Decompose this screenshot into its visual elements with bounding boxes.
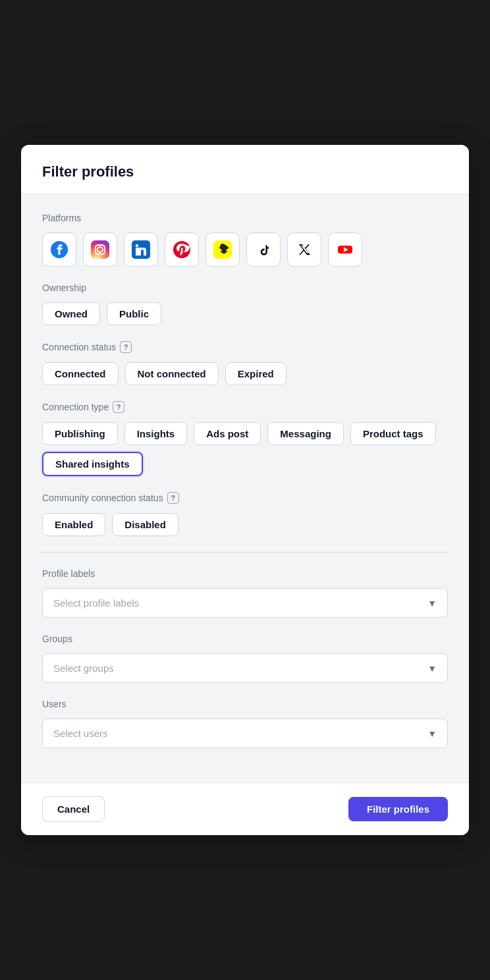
- users-dropdown[interactable]: Select users ▼: [42, 719, 448, 748]
- community-connection-status-section: Community connection status ? Enabled Di…: [42, 492, 448, 536]
- profile-labels-label: Profile labels: [42, 568, 448, 579]
- platforms-label: Platforms: [42, 213, 448, 223]
- svg-rect-11: [295, 240, 313, 259]
- groups-section: Groups Select groups ▼: [42, 634, 448, 683]
- groups-chevron-icon: ▼: [427, 663, 437, 674]
- svg-rect-1: [91, 240, 109, 259]
- product-tags-button[interactable]: Product tags: [350, 422, 436, 445]
- platform-linkedin[interactable]: [124, 232, 158, 267]
- instagram-icon: [91, 240, 109, 259]
- connected-button[interactable]: Connected: [42, 362, 119, 385]
- public-button[interactable]: Public: [107, 302, 161, 325]
- platform-instagram[interactable]: [83, 232, 117, 267]
- svg-point-7: [136, 244, 138, 247]
- modal-header: Filter profiles: [21, 145, 469, 194]
- shared-insights-button[interactable]: Shared insights: [42, 452, 143, 476]
- ownership-row: Owned Public: [42, 302, 448, 325]
- connection-status-row: Connected Not connected Expired: [42, 362, 448, 385]
- community-row: Enabled Disabled: [42, 513, 448, 536]
- tiktok-icon: [254, 240, 273, 259]
- platform-tiktok[interactable]: [246, 232, 281, 267]
- ownership-section: Ownership Owned Public: [42, 283, 448, 325]
- modal-footer: Cancel Filter profiles: [21, 782, 469, 835]
- connection-type-label: Connection type ?: [42, 401, 448, 413]
- snapchat-icon: [213, 240, 232, 259]
- ownership-label: Ownership: [42, 283, 448, 293]
- filter-profiles-modal: Filter profiles Platforms: [21, 145, 469, 835]
- owned-button[interactable]: Owned: [42, 302, 100, 325]
- groups-placeholder: Select groups: [53, 663, 114, 674]
- platform-pinterest[interactable]: [165, 232, 199, 267]
- community-connection-status-label: Community connection status ?: [42, 492, 448, 504]
- publishing-button[interactable]: Publishing: [42, 422, 118, 445]
- platform-twitter[interactable]: [287, 232, 321, 267]
- filter-profiles-button[interactable]: Filter profiles: [348, 797, 448, 821]
- profile-labels-section: Profile labels Select profile labels ▼: [42, 568, 448, 618]
- users-chevron-icon: ▼: [427, 728, 437, 739]
- connection-status-label: Connection status ?: [42, 341, 448, 353]
- users-placeholder: Select users: [53, 728, 108, 739]
- connection-type-row: Publishing Insights Ads post Messaging P…: [42, 422, 448, 476]
- modal-body: Platforms: [21, 194, 469, 782]
- youtube-icon: [336, 240, 354, 259]
- twitter-icon: [295, 240, 313, 259]
- platforms-row: [42, 232, 448, 267]
- profile-labels-chevron-icon: ▼: [427, 598, 437, 609]
- ads-post-button[interactable]: Ads post: [194, 422, 261, 445]
- disabled-button[interactable]: Disabled: [112, 513, 178, 536]
- insights-button[interactable]: Insights: [124, 422, 188, 445]
- linkedin-icon: [132, 240, 150, 259]
- cancel-button[interactable]: Cancel: [42, 796, 105, 822]
- connection-type-help-icon[interactable]: ?: [113, 401, 124, 413]
- groups-dropdown[interactable]: Select groups ▼: [42, 653, 448, 683]
- messaging-button[interactable]: Messaging: [267, 422, 344, 445]
- svg-point-4: [103, 245, 104, 246]
- divider: [42, 552, 448, 553]
- community-connection-status-help-icon[interactable]: ?: [167, 492, 179, 504]
- profile-labels-dropdown[interactable]: Select profile labels ▼: [42, 588, 448, 618]
- expired-button[interactable]: Expired: [225, 362, 286, 385]
- facebook-icon: [50, 240, 68, 259]
- profile-labels-placeholder: Select profile labels: [53, 597, 139, 609]
- connection-status-help-icon[interactable]: ?: [120, 341, 132, 353]
- connection-type-section: Connection type ? Publishing Insights Ad…: [42, 401, 448, 476]
- modal-title: Filter profiles: [42, 163, 448, 180]
- platform-youtube[interactable]: [328, 232, 362, 267]
- pinterest-icon: [173, 240, 191, 259]
- platform-facebook[interactable]: [42, 232, 76, 267]
- enabled-button[interactable]: Enabled: [42, 513, 105, 536]
- svg-rect-6: [136, 248, 138, 256]
- not-connected-button[interactable]: Not connected: [125, 362, 219, 385]
- platforms-section: Platforms: [42, 213, 448, 267]
- users-label: Users: [42, 699, 448, 709]
- connection-status-section: Connection status ? Connected Not connec…: [42, 341, 448, 385]
- groups-label: Groups: [42, 634, 448, 644]
- platform-snapchat[interactable]: [205, 232, 240, 267]
- users-section: Users Select users ▼: [42, 699, 448, 748]
